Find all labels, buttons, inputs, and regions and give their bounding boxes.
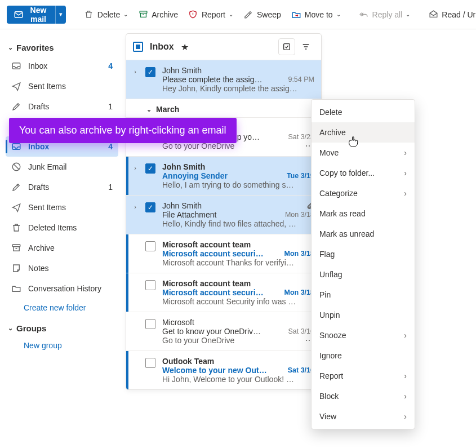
- nav-junk[interactable]: Junk Email: [6, 157, 118, 177]
- chevron-down-icon: ⌄: [8, 44, 13, 51]
- nav-inbox[interactable]: Inbox 4: [6, 56, 118, 76]
- date: Mon 3/18: [284, 289, 315, 296]
- subject: Microsoft account securi…: [162, 249, 280, 258]
- chevron-down-icon: ⌄: [8, 325, 13, 332]
- new-mail-dropdown[interactable]: ▾: [55, 6, 66, 24]
- unread-count: 4: [108, 142, 113, 151]
- context-item-label: Copy to folder...: [319, 168, 375, 178]
- context-menu-item[interactable]: Ignore: [312, 345, 415, 366]
- message-row[interactable]: Microsoft account teamMicrosoft account …: [126, 273, 321, 312]
- nav-item-label: Inbox: [28, 61, 47, 70]
- star-icon[interactable]: ★: [181, 42, 189, 52]
- nav-notes[interactable]: Notes: [6, 258, 118, 278]
- archive-button[interactable]: Archive: [134, 6, 183, 24]
- message-row[interactable]: ›✓John SmithFile AttachmentMon 3/18Hello…: [126, 195, 321, 234]
- message-checkbox[interactable]: [145, 280, 155, 290]
- context-menu-item[interactable]: Mark as read: [312, 203, 415, 224]
- context-menu-item[interactable]: Archive: [312, 122, 415, 143]
- create-folder-link[interactable]: Create new folder: [6, 299, 118, 317]
- report-label: Report: [202, 10, 225, 19]
- context-item-label: Block: [319, 392, 339, 401]
- nav-folder-drafts[interactable]: Drafts 1: [6, 177, 118, 197]
- preview: Microsoft account Security info was …: [162, 297, 314, 306]
- context-menu-item[interactable]: Unflag: [312, 264, 415, 285]
- message-checkbox[interactable]: ✓: [145, 67, 155, 77]
- groups-header[interactable]: ⌄ Groups: [6, 320, 118, 336]
- message-checkbox[interactable]: ✓: [145, 202, 155, 212]
- sender: John Smith: [162, 201, 202, 210]
- nav-folder-sent[interactable]: Sent Items: [6, 197, 118, 218]
- context-menu-item[interactable]: Report›: [312, 366, 415, 386]
- date: Mon 3/18: [284, 250, 315, 258]
- expand-chevron: [131, 318, 140, 345]
- message-checkbox[interactable]: [145, 319, 155, 329]
- context-menu-item[interactable]: Block›: [312, 386, 415, 406]
- note-icon: [11, 263, 21, 273]
- move-to-button[interactable]: Move to ⌄: [287, 6, 345, 24]
- filter-button[interactable]: [297, 38, 314, 55]
- nav-sent[interactable]: Sent Items: [6, 76, 118, 96]
- expand-chevron[interactable]: ›: [131, 201, 140, 228]
- sweep-button[interactable]: Sweep: [239, 6, 286, 24]
- groups-label: Groups: [16, 323, 46, 333]
- report-button[interactable]: Report ⌄: [184, 6, 238, 24]
- reply-all-button[interactable]: Reply all ⌄: [354, 6, 415, 24]
- nav-item-label: Inbox: [28, 142, 49, 151]
- context-menu-item[interactable]: Flag: [312, 244, 415, 264]
- date: Sat 3/16: [288, 366, 314, 374]
- message-checkbox[interactable]: ✓: [145, 163, 155, 174]
- nav-conversation-history[interactable]: Conversation History: [6, 278, 118, 299]
- subject: Get to know your OneDriv…: [162, 327, 283, 336]
- date: Sat 3/23: [288, 133, 314, 141]
- context-menu-item[interactable]: View›: [312, 406, 415, 427]
- new-mail-button[interactable]: New mail: [7, 6, 55, 24]
- folder-move-icon: [291, 10, 301, 20]
- date: Mon 3/18: [285, 211, 314, 219]
- select-mode-button[interactable]: [278, 38, 295, 55]
- nav-drafts[interactable]: Drafts 1: [6, 96, 118, 117]
- message-row[interactable]: Outlook TeamWelcome to your new Out…Sat …: [126, 351, 321, 389]
- message-row[interactable]: MicrosoftGet to know your OneDriv…Sat 3/…: [126, 312, 321, 351]
- archive-label: Archive: [152, 10, 178, 19]
- context-menu-item[interactable]: Unpin: [312, 305, 415, 325]
- message-row[interactable]: Microsoft account teamMicrosoft account …: [126, 234, 321, 273]
- new-group-link[interactable]: New group: [6, 336, 118, 354]
- context-menu-item[interactable]: Mark as unread: [312, 224, 415, 244]
- context-item-label: Mark as read: [319, 209, 366, 218]
- read-unread-button[interactable]: Read / Ur: [424, 6, 476, 24]
- mail-icon: [14, 10, 24, 20]
- expand-chevron[interactable]: ›: [131, 162, 140, 189]
- nav-item-label: Sent Items: [28, 82, 66, 91]
- chevron-down-icon: ▾: [59, 11, 63, 18]
- context-menu-item[interactable]: Snooze›: [312, 325, 415, 345]
- context-menu: DeleteArchiveMove›Copy to folder...›Cate…: [311, 99, 415, 429]
- chevron-right-icon: ›: [404, 148, 407, 157]
- context-menu-item[interactable]: Pin: [312, 285, 415, 305]
- context-menu-item[interactable]: Delete: [312, 102, 415, 122]
- message-row[interactable]: ›✓John SmithPlease complete the assig…9:…: [126, 60, 321, 99]
- message-checkbox[interactable]: [145, 358, 155, 368]
- context-item-label: Categorize: [319, 189, 358, 198]
- shield-icon: [188, 10, 198, 20]
- expand-chevron[interactable]: ›: [131, 66, 140, 93]
- chevron-right-icon: ›: [404, 331, 407, 340]
- chevron-down-icon: ⌄: [406, 11, 410, 17]
- context-menu-item[interactable]: Categorize›: [312, 183, 415, 203]
- archive-icon: [11, 243, 21, 253]
- send-icon: [11, 202, 21, 212]
- trash-icon: [11, 223, 21, 233]
- message-checkbox[interactable]: [145, 241, 155, 251]
- favorites-header[interactable]: ⌄ Favorites: [6, 39, 118, 56]
- month-header[interactable]: ⌄March: [126, 99, 321, 117]
- nav-deleted[interactable]: Deleted Items: [6, 218, 118, 238]
- select-all-checkbox[interactable]: [133, 42, 143, 52]
- message-row[interactable]: ›✓John SmithAnnoying SenderTue 3/19Hello…: [126, 156, 321, 195]
- junk-icon: [11, 162, 21, 172]
- trash-icon: [84, 10, 94, 20]
- svg-rect-1: [140, 11, 147, 14]
- context-menu-item[interactable]: Move›: [312, 143, 415, 163]
- draft-icon: [11, 101, 21, 112]
- context-menu-item[interactable]: Copy to folder...›: [312, 163, 415, 183]
- nav-archive[interactable]: Archive: [6, 238, 118, 258]
- delete-button[interactable]: Delete ⌄: [79, 6, 132, 24]
